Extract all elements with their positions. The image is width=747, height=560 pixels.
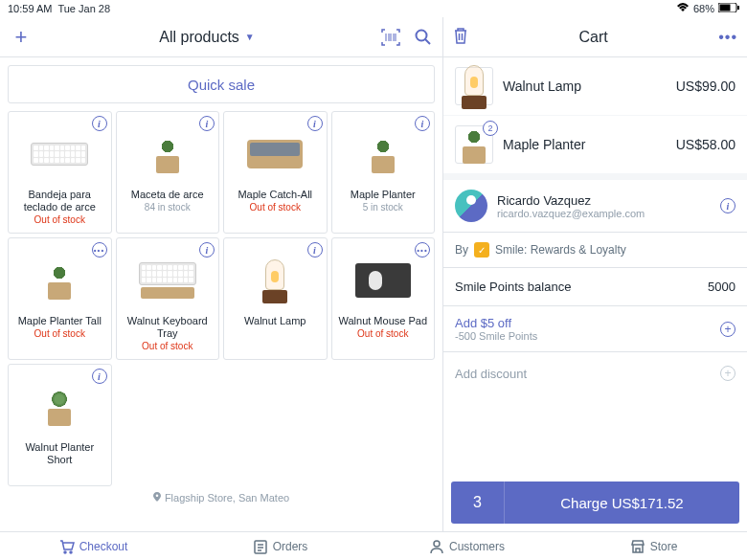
info-icon[interactable]: i	[92, 116, 107, 131]
svg-point-7	[434, 541, 440, 547]
product-image	[345, 248, 421, 313]
product-tile[interactable]: iMaple Catch-AllOut of stock	[223, 111, 328, 234]
charge-bar: 3 Charge US$171.52	[451, 482, 739, 524]
info-icon[interactable]: i	[307, 242, 323, 258]
stock-label: Out of stock	[34, 214, 85, 225]
product-tile[interactable]: iMaple Planter5 in stock	[331, 111, 436, 234]
product-tile[interactable]: iWalnut Keyboard TrayOut of stock	[116, 237, 220, 360]
svg-rect-1	[720, 5, 731, 11]
product-name: Walnut Lamp	[244, 315, 306, 327]
smile-icon: ✓	[474, 242, 489, 258]
info-icon[interactable]: i	[199, 116, 215, 131]
product-name: Walnut Mouse Pad	[338, 315, 427, 327]
more-icon[interactable]: •••	[718, 29, 737, 46]
battery-text: 68%	[693, 3, 714, 14]
product-name: Maple Planter	[351, 189, 416, 201]
product-tile[interactable]: iWalnut Planter Short	[8, 364, 112, 486]
quick-sale-button[interactable]: Quick sale	[8, 65, 435, 103]
product-name: Walnut Planter Short	[12, 441, 107, 466]
status-time: 10:59 AM	[8, 3, 52, 14]
customer-email: ricardo.vazquez@example.com	[497, 208, 711, 219]
cart-thumb: 2	[455, 125, 493, 164]
product-image	[21, 122, 98, 187]
add-discount-button[interactable]: Add discount +	[443, 352, 747, 394]
product-image	[237, 248, 313, 313]
stock-label: Out of stock	[34, 328, 85, 339]
cart-thumb	[455, 67, 493, 105]
bottom-nav: Checkout Orders Customers Store	[0, 531, 747, 560]
product-image	[237, 122, 313, 187]
barcode-icon[interactable]	[381, 28, 400, 47]
nav-store[interactable]: Store	[560, 532, 747, 560]
cart-item[interactable]: Walnut LampUS$99.00	[443, 57, 747, 116]
svg-rect-2	[737, 6, 739, 10]
product-name: Maceta de arce	[131, 189, 204, 201]
search-icon[interactable]	[414, 28, 433, 47]
product-tile[interactable]: iWalnut Lamp	[223, 237, 328, 360]
svg-point-4	[64, 551, 66, 553]
stock-label: Out of stock	[142, 341, 192, 351]
product-image	[21, 374, 98, 439]
trash-icon[interactable]	[453, 27, 468, 47]
product-image	[21, 248, 98, 313]
nav-orders[interactable]: Orders	[187, 532, 374, 560]
info-icon[interactable]: i	[199, 242, 215, 258]
stock-label: Out of stock	[250, 202, 301, 213]
stock-label: Out of stock	[357, 328, 408, 339]
product-image	[129, 248, 206, 313]
qty-badge: 2	[483, 121, 498, 136]
product-name: Walnut Keyboard Tray	[121, 315, 215, 340]
cart-header: Cart •••	[443, 17, 747, 57]
status-bar: 10:59 AM Tue Jan 28 68%	[0, 0, 747, 17]
location-label: Flagship Store, San Mateo	[0, 486, 442, 509]
svg-point-5	[70, 551, 72, 553]
loyalty-app-row: By ✓ Smile: Rewards & Loyalty	[443, 233, 747, 268]
product-name: Bandeja para teclado de arce	[12, 189, 107, 213]
pin-icon	[153, 492, 161, 504]
product-tile[interactable]: iBandeja para teclado de arceOut of stoc…	[8, 111, 112, 234]
product-name: Maple Catch-All	[238, 189, 312, 201]
charge-button[interactable]: Charge US$171.52	[505, 482, 739, 524]
product-name: Maple Planter Tall	[18, 315, 102, 327]
battery-icon	[718, 3, 739, 14]
cart-quantity[interactable]: 3	[451, 482, 505, 524]
wifi-icon	[676, 3, 690, 14]
variants-icon[interactable]: •••	[92, 242, 107, 258]
plus-icon: +	[720, 366, 736, 381]
cart-item-name: Walnut Lamp	[503, 78, 667, 94]
chevron-down-icon: ▼	[245, 32, 255, 42]
info-icon[interactable]: i	[307, 116, 323, 131]
customer-row[interactable]: Ricardo Vazquez ricardo.vazquez@example.…	[443, 174, 747, 233]
product-tile[interactable]: •••Maple Planter TallOut of stock	[8, 237, 112, 360]
plus-icon: +	[720, 322, 736, 337]
nav-customers[interactable]: Customers	[374, 532, 560, 560]
category-title: All products	[159, 29, 239, 46]
cart-item-name: Maple Planter	[503, 137, 667, 152]
points-balance-row: Smile Points balance 5000	[443, 268, 747, 306]
product-tile[interactable]: •••Walnut Mouse PadOut of stock	[331, 237, 436, 360]
product-image	[345, 122, 421, 187]
variants-icon[interactable]: •••	[415, 242, 430, 258]
product-grid: iBandeja para teclado de arceOut of stoc…	[0, 111, 442, 486]
product-tile[interactable]: iMaceta de arce84 in stock	[116, 111, 220, 234]
info-icon[interactable]: i	[415, 116, 430, 131]
status-date: Tue Jan 28	[57, 3, 110, 14]
products-panel: + All products ▼ Quick sale iBandeja par…	[0, 17, 443, 531]
cart-title: Cart	[468, 29, 718, 46]
svg-point-3	[417, 30, 427, 40]
add-button[interactable]: +	[10, 25, 33, 50]
products-header: + All products ▼	[0, 17, 442, 57]
avatar	[455, 190, 487, 222]
customer-name: Ricardo Vazquez	[497, 193, 711, 208]
cart-item[interactable]: 2Maple PlanterUS$58.00	[443, 116, 747, 174]
cart-panel: Cart ••• Walnut LampUS$99.002Maple Plant…	[443, 17, 747, 531]
cart-item-price: US$58.00	[676, 137, 736, 152]
info-icon[interactable]: i	[720, 198, 736, 213]
info-icon[interactable]: i	[92, 369, 107, 384]
stock-label: 84 in stock	[145, 202, 191, 213]
add-reward-button[interactable]: Add $5 off -500 Smile Points +	[443, 306, 747, 352]
stock-label: 5 in stock	[363, 202, 403, 213]
cart-item-price: US$99.00	[676, 78, 736, 94]
category-dropdown[interactable]: All products ▼	[33, 29, 381, 46]
nav-checkout[interactable]: Checkout	[0, 532, 187, 560]
